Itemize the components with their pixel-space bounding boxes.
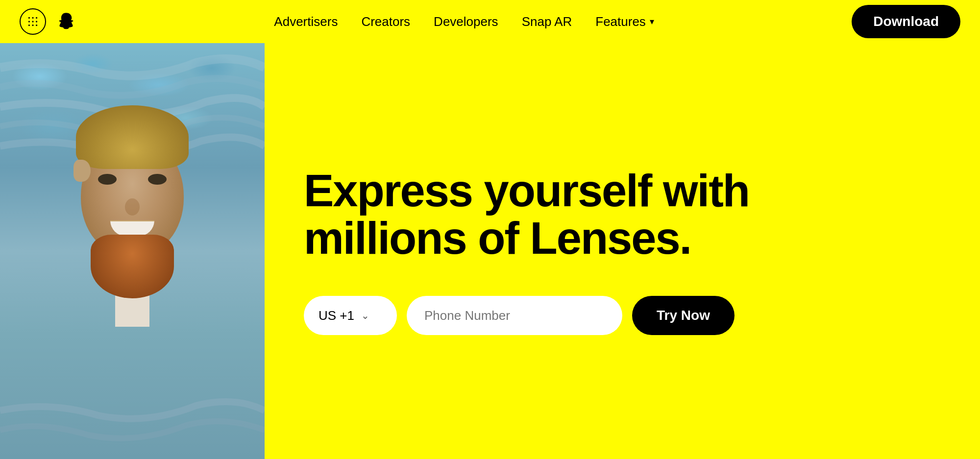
svg-point-8: [36, 24, 37, 26]
svg-point-6: [28, 24, 30, 26]
painting-jacket: [39, 312, 225, 459]
nav-features-label: Features: [595, 14, 646, 29]
hero-form: US +1 ⌄ Try Now: [304, 296, 941, 335]
nav-developers[interactable]: Developers: [434, 14, 498, 29]
painting-beard: [91, 235, 174, 298]
svg-point-0: [28, 17, 30, 19]
nav-advertisers[interactable]: Advertisers: [274, 14, 338, 29]
features-chevron-icon: ▾: [650, 16, 654, 27]
hero-section: Express yourself with millions of Lenses…: [0, 0, 980, 459]
svg-point-7: [32, 24, 33, 26]
svg-point-1: [32, 17, 33, 19]
navbar: Advertisers Creators Developers Snap AR …: [0, 0, 980, 43]
painting-eye-left: [98, 174, 117, 185]
hero-headline-line2: millions of Lenses.: [304, 213, 691, 263]
painting-eye-right: [148, 174, 167, 185]
download-button[interactable]: Download: [852, 5, 960, 38]
nav-features-dropdown[interactable]: Features ▾: [595, 14, 654, 29]
painting-ear-left: [74, 160, 91, 182]
hero-headline: Express yourself with millions of Lenses…: [304, 167, 941, 262]
grid-menu-button[interactable]: [20, 8, 46, 35]
country-selector[interactable]: US +1 ⌄: [304, 296, 397, 335]
country-code-label: US +1: [318, 308, 354, 323]
navbar-right: Download: [852, 5, 960, 38]
svg-point-4: [32, 21, 33, 22]
hero-content: Express yourself with millions of Lenses…: [265, 43, 980, 459]
painting-nose: [125, 198, 140, 216]
svg-point-5: [36, 21, 37, 22]
hero-painting: [0, 43, 265, 459]
painting-hair: [76, 105, 189, 169]
navbar-left: [20, 8, 76, 35]
painting-teeth: [110, 220, 154, 236]
nav-snap-ar[interactable]: Snap AR: [522, 14, 572, 29]
nav-creators[interactable]: Creators: [361, 14, 410, 29]
hero-headline-line1: Express yourself with: [304, 166, 749, 216]
phone-number-input[interactable]: [407, 296, 622, 335]
navbar-center: Advertisers Creators Developers Snap AR …: [274, 14, 654, 29]
hero-painting-container: [0, 43, 265, 459]
try-now-button[interactable]: Try Now: [632, 296, 735, 335]
grid-icon: [26, 15, 39, 28]
svg-point-2: [36, 17, 37, 19]
svg-point-3: [28, 21, 30, 22]
country-chevron-icon: ⌄: [361, 310, 369, 321]
snapchat-logo-icon[interactable]: [56, 11, 76, 32]
